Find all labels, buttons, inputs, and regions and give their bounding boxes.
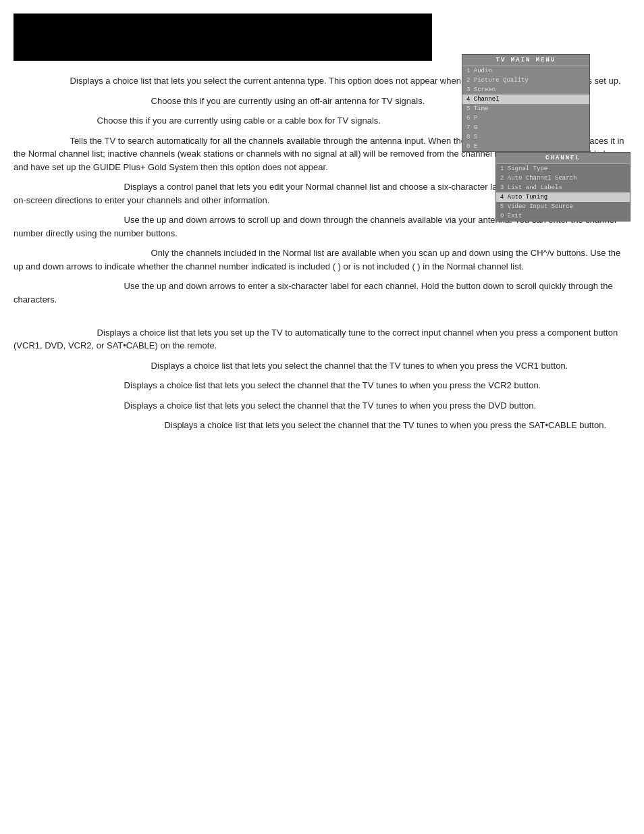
channel-menu-title: CHANNEL <box>496 153 630 164</box>
header-bar <box>14 14 432 61</box>
tv-main-menu: TV MAIN MENU 1 Audio 2 Picture Quality 3… <box>462 54 590 152</box>
tv-menu-item-screen: 3 Screen <box>462 85 589 95</box>
tv-main-menu-title: TV MAIN MENU <box>462 55 589 66</box>
channel-item-exit: 0 Exit <box>496 211 630 221</box>
tv-menu-item-time: 5 Time <box>462 104 589 113</box>
channel-item-signal: 1 Signal Type <box>496 164 630 174</box>
channel-item-video-input: 5 Video Input Source <box>496 202 630 211</box>
tv-menu-item-0: 0 E............. <box>462 142 589 151</box>
para-normal-list: Only the channels included in the Normal… <box>14 246 630 273</box>
tv-menu-item-7: 7 G............. <box>462 123 589 132</box>
tv-menu-item-6: 6 P............. <box>462 113 589 123</box>
tv-menu-overlay: TV MAIN MENU 1 Audio 2 Picture Quality 3… <box>462 54 630 221</box>
tv-menu-item-picture: 2 Picture Quality <box>462 76 589 85</box>
channel-item-auto-search: 2 Auto Channel Search <box>496 174 630 183</box>
para-dvd: Displays a choice list that lets you sel… <box>14 399 630 413</box>
para-vcr2: Displays a choice list that lets you sel… <box>14 379 630 392</box>
para-video-input: Displays a choice list that lets you set… <box>14 313 630 353</box>
para-sat-cable: Displays a choice list that lets you sel… <box>14 419 630 432</box>
tv-menu-item-channel: 4 Channel <box>462 95 589 104</box>
channel-item-list: 3 List and Labels <box>496 183 630 192</box>
channel-submenu: CHANNEL 1 Signal Type 2 Auto Channel Sea… <box>495 152 630 221</box>
para-vcr1: Displays a choice list that lets you sel… <box>14 359 630 373</box>
para-six-char: Use the up and down arrows to enter a si… <box>14 280 630 306</box>
tv-menu-item-8: 8 S............. <box>462 132 589 142</box>
tv-menu-item-audio: 1 Audio <box>462 66 589 76</box>
channel-item-auto-tuning: 4 Auto Tuning <box>496 192 630 202</box>
